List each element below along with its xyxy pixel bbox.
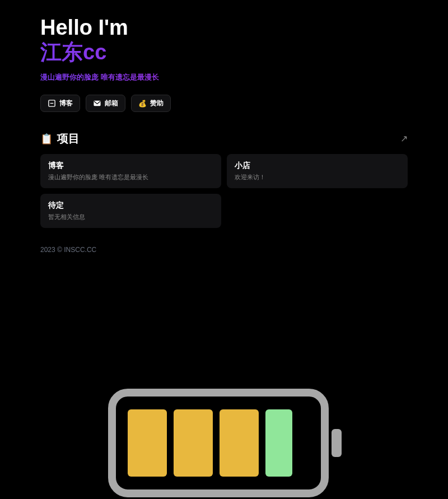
clipboard-icon: 📋 [40, 133, 53, 145]
blog-icon [48, 99, 56, 108]
svg-rect-6 [174, 409, 213, 477]
arrow-icon[interactable]: ↗ [400, 133, 408, 144]
card-title: 待定 [48, 200, 213, 211]
link-mail[interactable]: 邮箱 [86, 95, 125, 112]
card-pending[interactable]: 待定 暂无相关信息 [40, 194, 221, 228]
card-desc: 欢迎来访！ [235, 173, 400, 181]
mail-icon [93, 99, 101, 108]
card-shop[interactable]: 小店 欢迎来访！ [227, 154, 408, 188]
hero-greeting: Hello I'm [40, 16, 408, 40]
hero-subtitle: 漫山遍野你的脸庞 唯有遗忘是最漫长 [40, 72, 408, 82]
card-desc: 漫山遍野你的脸庞 唯有遗忘是最漫长 [48, 173, 213, 181]
links-row: 博客 邮箱 💰 赞助 [40, 95, 408, 112]
battery-icon [101, 381, 347, 499]
link-label: 邮箱 [105, 99, 118, 108]
svg-rect-4 [332, 429, 342, 457]
link-label: 赞助 [150, 99, 164, 108]
section-title: 项目 [57, 131, 80, 146]
money-icon: 💰 [138, 99, 147, 108]
svg-rect-7 [220, 409, 259, 477]
link-sponsor[interactable]: 💰 赞助 [131, 95, 171, 112]
svg-rect-5 [128, 409, 167, 477]
card-title: 小店 [235, 161, 400, 171]
card-desc: 暂无相关信息 [48, 213, 213, 221]
card-blog[interactable]: 博客 漫山遍野你的脸庞 唯有遗忘是最漫长 [40, 154, 221, 188]
cards-grid: 博客 漫山遍野你的脸庞 唯有遗忘是最漫长 小店 欢迎来访！ 待定 暂无相关信息 [40, 154, 408, 228]
card-title: 博客 [48, 161, 213, 171]
link-blog[interactable]: 博客 [40, 95, 80, 112]
footer-text: 2023 © INSCC.CC [40, 246, 408, 254]
hero-name: 江东cc [40, 40, 408, 65]
svg-rect-8 [265, 409, 292, 477]
section-header: 📋 项目 ↗ [40, 131, 408, 146]
link-label: 博客 [59, 99, 73, 108]
